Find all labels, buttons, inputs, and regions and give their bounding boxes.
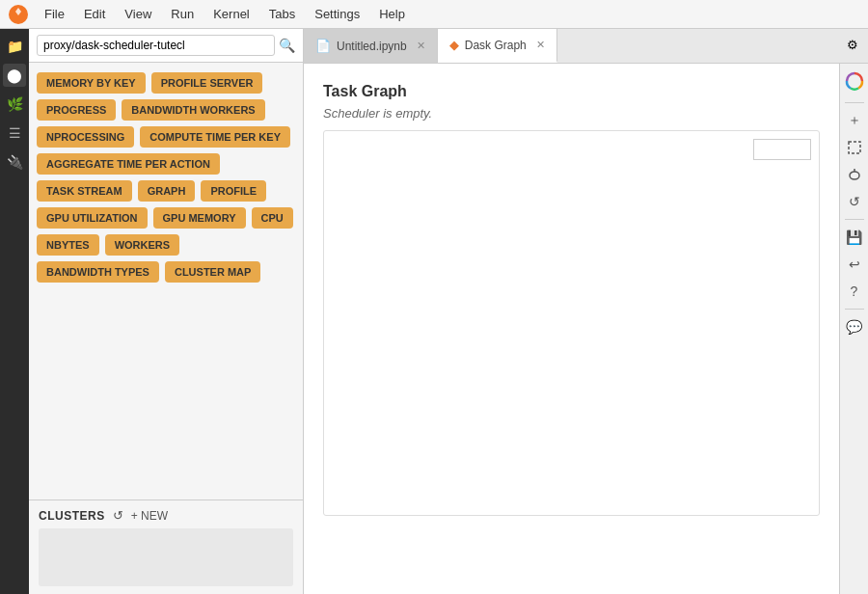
tag-btn-cpu[interactable]: CPU: [252, 207, 293, 229]
toolbar-divider-2: [845, 219, 864, 220]
tab-close-dask[interactable]: ✕: [536, 39, 545, 51]
task-graph-input[interactable]: [753, 139, 811, 160]
menubar: File Edit View Run Kernel Tabs Settings …: [0, 0, 868, 29]
sidebar-icon-puzzle[interactable]: 🔌: [3, 150, 26, 174]
toolbar-refresh-view[interactable]: ↺: [843, 190, 866, 213]
tab-label-notebook: Untitled.ipynb: [337, 40, 407, 53]
toolbar-divider-3: [845, 309, 864, 310]
toolbar-save[interactable]: 💾: [843, 226, 866, 249]
tag-btn-workers[interactable]: WORKERS: [105, 234, 179, 256]
tag-btn-gpu-memory[interactable]: GPU MEMORY: [153, 207, 246, 229]
tab-bar: 📄 Untitled.ipynb ✕ ◆ Dask Graph ✕: [304, 29, 868, 64]
task-graph-body: [323, 130, 820, 516]
tag-btn-task-stream[interactable]: TASK STREAM: [37, 180, 132, 202]
tag-btn-aggregate-time-per-action[interactable]: AGGREGATE TIME PER ACTION: [37, 153, 220, 175]
menu-kernel[interactable]: Kernel: [205, 5, 258, 23]
menu-file[interactable]: File: [37, 5, 72, 23]
tab-dask-graph[interactable]: ◆ Dask Graph ✕: [438, 29, 557, 63]
task-graph-title: Task Graph: [323, 83, 820, 100]
sidebar-icon-folder[interactable]: 📁: [3, 35, 26, 58]
task-graph-subtitle: Scheduler is empty.: [323, 106, 820, 121]
tag-btn-profile[interactable]: PROFILE: [201, 180, 266, 202]
sidebar-icon-circle[interactable]: ⬤: [3, 64, 26, 87]
toolbar-zoom-in[interactable]: ＋: [843, 109, 866, 132]
tab-label-dask: Dask Graph: [465, 39, 527, 52]
tab-icon-dask: ◆: [449, 38, 459, 52]
toolbar-lasso[interactable]: [843, 163, 866, 186]
tab-icon-notebook: 📄: [315, 39, 331, 53]
clusters-new-button[interactable]: + NEW: [131, 509, 168, 523]
search-bar: proxy/dask-scheduler-tutecl 🔍: [29, 29, 303, 63]
clusters-refresh-icon[interactable]: ↺: [113, 508, 123, 523]
clusters-section: CLUSTERS ↺ + NEW: [29, 500, 303, 594]
left-sidebar-icons: 📁 ⬤ 🌿 ☰ 🔌: [0, 29, 29, 594]
dask-rainbow-icon: [843, 69, 866, 93]
toolbar-chat[interactable]: 💬: [843, 315, 866, 338]
tag-btn-progress[interactable]: PROGRESS: [37, 99, 116, 121]
menu-tabs[interactable]: Tabs: [261, 5, 303, 23]
tag-btn-bandwidth-types[interactable]: BANDWIDTH TYPES: [37, 261, 159, 283]
toolbar-reset[interactable]: ↩: [843, 253, 866, 276]
tab-close-notebook[interactable]: ✕: [417, 40, 425, 52]
notebook-area: Task Graph Scheduler is empty.: [304, 64, 839, 594]
menu-view[interactable]: View: [117, 5, 159, 23]
right-area: 📄 Untitled.ipynb ✕ ◆ Dask Graph ✕ Task G…: [304, 29, 868, 594]
clusters-content-area: [39, 528, 293, 586]
toolbar-select-region[interactable]: [843, 136, 866, 159]
menu-help[interactable]: Help: [371, 5, 413, 23]
tag-btn-cluster-map[interactable]: CLUSTER MAP: [165, 261, 260, 283]
svg-rect-1: [849, 142, 860, 153]
search-input[interactable]: proxy/dask-scheduler-tutecl: [37, 35, 275, 56]
tag-btn-gpu-utilization[interactable]: GPU UTILIZATION: [37, 207, 148, 229]
tag-btn-nprocessing[interactable]: NPROCESSING: [37, 126, 134, 148]
tag-btn-bandwidth-workers[interactable]: BANDWIDTH WORKERS: [122, 99, 264, 121]
main-content: Task Graph Scheduler is empty.: [304, 64, 868, 594]
tag-btn-nbytes[interactable]: NBYTES: [37, 234, 99, 256]
menu-run[interactable]: Run: [163, 5, 202, 23]
toolbar-help[interactable]: ?: [843, 280, 866, 303]
left-panel: proxy/dask-scheduler-tutecl 🔍 MEMORY BY …: [29, 29, 304, 594]
sidebar-icon-leaf[interactable]: 🌿: [3, 93, 26, 116]
tag-btn-graph[interactable]: GRAPH: [138, 180, 196, 202]
menu-settings[interactable]: Settings: [307, 5, 367, 23]
tag-btn-memory-by-key[interactable]: MEMORY BY KEY: [37, 72, 146, 94]
gear-settings-icon[interactable]: ⚙: [841, 33, 864, 56]
tag-btn-compute-time-per-key[interactable]: COMPUTE TIME PER KEY: [140, 126, 290, 148]
menu-edit[interactable]: Edit: [76, 5, 113, 23]
app-logo: [8, 4, 29, 25]
tags-area: MEMORY BY KEYPROFILE SERVERPROGRESSBANDW…: [29, 63, 303, 500]
toolbar-divider-1: [845, 102, 864, 103]
clusters-title: CLUSTERS: [39, 509, 105, 523]
search-button[interactable]: 🔍: [279, 38, 295, 53]
svg-point-2: [850, 172, 859, 179]
tag-btn-profile-server[interactable]: PROFILE SERVER: [151, 72, 263, 94]
tab-untitled-ipynb[interactable]: 📄 Untitled.ipynb ✕: [304, 29, 438, 63]
right-toolbar: ＋ ↺ 💾 ↩ ? 💬: [839, 64, 868, 594]
sidebar-icon-list[interactable]: ☰: [3, 122, 26, 145]
